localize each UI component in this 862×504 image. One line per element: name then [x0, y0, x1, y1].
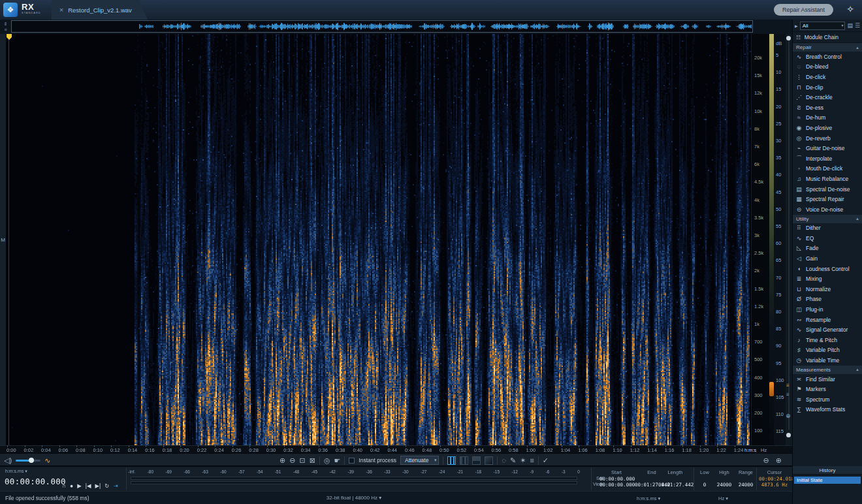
module-item-markers[interactable]: ⚑Markers — [793, 384, 862, 394]
view-waveform-spectrogram-toggle[interactable] — [447, 456, 456, 465]
section-header-measurements[interactable]: Measurements▲ — [793, 366, 862, 374]
file-tab[interactable]: × Restord_Clip_v2.1.wav — [52, 0, 148, 20]
h-zoom-out-icon[interactable]: ⊖ — [763, 454, 769, 466]
follow-playhead-button[interactable]: ⇥ — [113, 482, 118, 489]
high-value[interactable]: 24000 — [714, 482, 734, 488]
play-button[interactable]: ▶ — [77, 482, 82, 489]
freq-ruler-unit[interactable]: Hz — [761, 447, 767, 453]
module-chain-item[interactable]: ☷ Module Chain — [793, 32, 862, 43]
table-freq-unit[interactable]: Hz ▾ — [718, 496, 728, 501]
view-spectrogram-toggle[interactable] — [460, 456, 468, 465]
magic-wand-tool-icon[interactable]: ✶ — [520, 454, 526, 466]
zoom-tool-icon[interactable]: ◎ — [324, 454, 330, 466]
section-header-repair[interactable]: Repair▲ — [793, 43, 862, 52]
module-item-time-pitch[interactable]: ♪Time & Pitch — [793, 335, 862, 345]
module-item-phase[interactable]: ØPhase — [793, 294, 862, 305]
vertical-zoom-icon[interactable]: ⇕ — [4, 22, 8, 27]
waveform-overview[interactable] — [12, 21, 752, 32]
module-item-breath-control[interactable]: ∿Breath Control — [793, 52, 862, 62]
overview-menu-icon[interactable]: ≡ — [4, 27, 7, 32]
preview-check-icon[interactable]: ✓ — [543, 454, 549, 466]
range-value[interactable]: 24000 — [735, 482, 756, 488]
module-item-guitar-de-noise[interactable]: ⌁Guitar De-noise — [793, 143, 862, 153]
module-filter-select[interactable]: All ▾ — [800, 22, 846, 30]
module-menu-icon[interactable]: ☰ — [855, 22, 860, 29]
collapse-section-icon[interactable]: ▲ — [855, 217, 859, 221]
module-item-mixing[interactable]: ≣Mixing — [793, 274, 862, 284]
section-header-utility[interactable]: Utility▲ — [793, 215, 862, 223]
module-item-mouth-de-click[interactable]: ◦Mouth De-click — [793, 164, 862, 174]
hand-tool-icon[interactable]: ☛ — [334, 454, 340, 466]
tab-close-icon[interactable]: × — [59, 6, 63, 14]
ruler-options-icon[interactable]: ≡ — [786, 392, 790, 398]
vertical-scrollbar-track[interactable] — [788, 40, 790, 430]
instant-process-checkbox[interactable] — [349, 458, 355, 464]
monitor-volume-slider[interactable] — [16, 460, 40, 462]
module-item-de-plosive[interactable]: ◉De-plosive — [793, 123, 862, 133]
module-item-music-rebalance[interactable]: ♫Music Rebalance — [793, 174, 862, 184]
module-item-find-similar[interactable]: ≍Find Similar — [793, 374, 862, 385]
module-item-loudness-control[interactable]: ◖Loudness Control — [793, 264, 862, 274]
spectrogram-canvas[interactable] — [7, 34, 751, 445]
view-start-value[interactable]: 00:00:00.000 — [599, 482, 633, 488]
vertical-scroll-knob-bottom[interactable] — [786, 433, 791, 437]
module-item-de-crackle[interactable]: ⋰De-crackle — [793, 92, 862, 102]
sidebar-collapse-icon[interactable]: ▶ — [795, 24, 798, 28]
module-grid-view-icon[interactable]: ▤ — [847, 22, 853, 29]
module-item-spectral-repair[interactable]: ▦Spectral Repair — [793, 194, 862, 204]
collapse-section-icon[interactable]: ▲ — [855, 368, 859, 371]
channel-strip[interactable]: M — [0, 34, 7, 445]
zoom-fit-icon[interactable]: ⊠ — [310, 454, 315, 466]
module-item-dither[interactable]: ⠿Dither — [793, 223, 862, 234]
loop-button[interactable]: ↻ — [104, 482, 109, 489]
zoom-selection-icon[interactable]: ⊡ — [299, 454, 305, 466]
view-split-toggle[interactable] — [472, 456, 481, 465]
audio-format-label[interactable]: 32-bit float | 48000 Hz ▾ — [128, 495, 580, 501]
table-time-unit[interactable]: h:m:s.ms ▾ — [637, 496, 660, 501]
history-header[interactable]: History — [793, 466, 862, 475]
module-item-spectrum[interactable]: ≋Spectrum — [793, 394, 862, 405]
module-item-variable-time[interactable]: ◷Variable Time — [793, 355, 862, 366]
module-item-variable-pitch[interactable]: ♯Variable Pitch — [793, 345, 862, 356]
module-item-eq[interactable]: ∿EQ — [793, 233, 862, 244]
module-item-waveform-stats[interactable]: ∑Waveform Stats — [793, 405, 862, 415]
sel-start-value[interactable]: 00:00:00.000 — [599, 476, 633, 482]
view-length-value[interactable]: 00:01:27.442 — [658, 482, 692, 488]
zoom-in-icon[interactable]: ⊕ — [279, 454, 285, 466]
monitor-volume-knob[interactable] — [29, 458, 34, 463]
record-button[interactable]: ● — [70, 482, 73, 489]
module-item-de-ess[interactable]: ƧDe-ess — [793, 102, 862, 113]
module-item-gain[interactable]: ◁Gain — [793, 253, 862, 264]
instant-process-label[interactable]: Instant process — [359, 457, 396, 464]
time-ruler-unit[interactable]: h:m:s — [744, 447, 756, 453]
time-display-unit[interactable]: h:m:s.ms ▾ — [5, 469, 27, 474]
prev-button[interactable]: |◀ — [86, 482, 91, 489]
module-item-normalize[interactable]: ⊔Normalize — [793, 284, 862, 294]
view-blend-toggle[interactable] — [485, 456, 493, 465]
lasso-tool-icon[interactable]: ◌ — [502, 454, 506, 466]
history-item[interactable]: Initial State — [794, 477, 861, 484]
vertical-zoom-in-icon[interactable]: ⊕ — [786, 413, 791, 419]
brush-tool-icon[interactable]: ✎ — [510, 454, 516, 466]
repair-wand-icon[interactable]: ✧ — [846, 4, 854, 14]
low-value[interactable]: 0 — [696, 482, 713, 488]
module-item-de-reverb[interactable]: ◎De-reverb — [793, 133, 862, 144]
module-item-resample[interactable]: ∾Resample — [793, 315, 862, 325]
module-item-voice-de-noise[interactable]: ⊜Voice De-noise — [793, 204, 862, 215]
repair-assistant-button[interactable]: Repair Assistant — [774, 4, 833, 16]
signal-chain-icon[interactable]: ∿ — [44, 454, 50, 466]
module-item-interpolate[interactable]: ⌒Interpolate — [793, 153, 862, 164]
monitor-headphones-button[interactable]: ∩ — [62, 482, 66, 489]
collapse-section-icon[interactable]: ▲ — [855, 46, 859, 50]
meter-options-icon[interactable]: ≡ — [786, 383, 790, 388]
module-item-de-clip[interactable]: ⊓De-clip — [793, 82, 862, 93]
module-item-de-bleed[interactable]: ◌De-bleed — [793, 62, 862, 72]
module-item-plug-in[interactable]: ◫Plug-in — [793, 304, 862, 315]
module-item-de-hum[interactable]: ≈De-hum — [793, 113, 862, 123]
module-item-de-click[interactable]: ⋮De-click — [793, 72, 862, 82]
module-item-signal-generator[interactable]: ∿Signal Generator — [793, 324, 862, 335]
h-zoom-in-icon[interactable]: ⊕ — [776, 454, 782, 466]
process-mode-select[interactable]: Attenuate ▾ — [400, 456, 439, 465]
module-item-spectral-de-noise[interactable]: ▤Spectral De-noise — [793, 184, 862, 195]
zoom-out-icon[interactable]: ⊖ — [289, 454, 295, 466]
